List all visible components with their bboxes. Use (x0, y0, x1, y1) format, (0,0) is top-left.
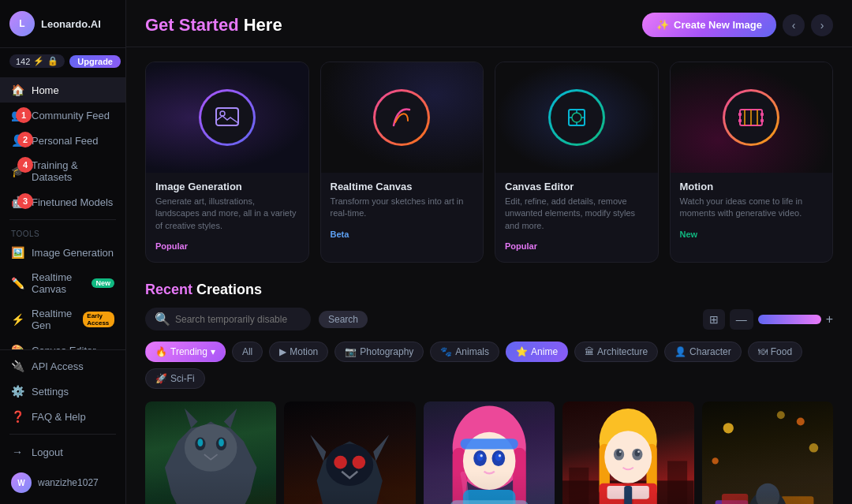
sidebar-item-settings[interactable]: ⚙️ Settings (0, 379, 125, 404)
list-view-button[interactable]: — (730, 309, 753, 330)
sidebar-item-label: Personal Feed (32, 135, 99, 147)
sidebar-item-api[interactable]: 🔌 API Access (0, 353, 125, 379)
feature-card-realtime-canvas[interactable]: Realtime Canvas Transform your sketches … (320, 62, 484, 263)
search-button[interactable]: Search (319, 311, 368, 328)
search-box: 🔍 (145, 308, 311, 330)
card-title: Image Generation (155, 181, 299, 192)
filter-all[interactable]: All (232, 342, 263, 362)
filter-animals[interactable]: 🐾 Animals (430, 342, 499, 362)
filter-label: Animals (455, 346, 489, 357)
image-card[interactable] (702, 401, 833, 504)
sidebar-item-faq[interactable]: ❓ FAQ & Help (0, 404, 125, 429)
svg-rect-13 (738, 119, 742, 122)
card-desc: Generate art, illustrations, landscapes … (155, 196, 299, 232)
nav-prev-button[interactable]: ‹ (783, 14, 805, 36)
filter-label: Motion (290, 346, 318, 357)
sidebar-item-finetuned[interactable]: 🤖 Finetuned Models 3 (0, 189, 125, 215)
home-icon: 🏠 (11, 84, 24, 96)
character-icon: 👤 (674, 346, 686, 357)
card-image (146, 62, 308, 173)
svg-rect-14 (760, 113, 764, 116)
card-icon-circle (373, 89, 430, 146)
sidebar-footer: 🔌 API Access ⚙️ Settings ❓ FAQ & Help → … (0, 349, 125, 504)
sidebar-item-community-feed[interactable]: 👥 Community Feed 1 (0, 103, 125, 128)
sidebar-item-canvas-editor[interactable]: 🎨 Canvas Editor (0, 338, 125, 349)
filter-label: Architecture (597, 346, 648, 357)
filter-trending[interactable]: 🔥 Trending ▾ (145, 342, 226, 362)
image-card[interactable] (424, 401, 555, 504)
realtime-canvas-icon: ✏️ (11, 277, 24, 289)
topbar: Get Started Here ✨ Create New Image ‹ › (126, 0, 852, 47)
grid-view-button[interactable]: ⊞ (703, 309, 725, 330)
svg-rect-0 (216, 108, 238, 125)
size-slider[interactable] (758, 315, 821, 324)
sidebar-item-logout[interactable]: → Logout (0, 439, 125, 465)
card-desc: Transform your sketches into art in real… (331, 196, 474, 220)
filter-food[interactable]: 🍽 Food (748, 342, 802, 362)
animals-icon: 🐾 (440, 346, 452, 357)
card-tag: Popular (505, 241, 537, 251)
feature-card-canvas-editor[interactable]: Canvas Editor Edit, refine, add details,… (495, 62, 659, 263)
card-icon-circle (548, 89, 605, 146)
sidebar-item-label: Finetuned Models (32, 196, 113, 208)
image-card[interactable] (562, 401, 693, 504)
image-card[interactable] (145, 401, 276, 504)
feature-cards-grid: Image Generation Generate art, illustrat… (145, 62, 833, 263)
sidebar-item-label: Settings (32, 386, 69, 398)
section-title-rest: Creations (196, 282, 262, 297)
early-access-badge: Early Access (83, 312, 114, 327)
image-grid (145, 401, 833, 504)
tools-label: Tools (0, 225, 125, 240)
filter-motion[interactable]: ▶ Motion (269, 342, 328, 362)
filter-scifi[interactable]: 🚀 Sci-Fi (145, 368, 205, 389)
card-title: Motion (680, 181, 824, 192)
upgrade-button[interactable]: Upgrade (69, 55, 121, 68)
sidebar-item-label: Home (32, 84, 59, 96)
credits-lock-icon: 🔒 (47, 56, 58, 66)
section-title-highlight: Recent (145, 282, 192, 297)
create-new-image-button[interactable]: ✨ Create New Image (642, 13, 776, 37)
svg-rect-12 (738, 113, 742, 116)
page-title: Get Started Here (145, 15, 282, 35)
image-card[interactable] (284, 401, 415, 504)
architecture-icon: 🏛 (585, 346, 594, 357)
sidebar-item-label: Realtime Canvas (32, 271, 80, 295)
badge-2: 2 (17, 132, 33, 147)
filter-label: Photography (360, 346, 413, 357)
brand-name: Leonardo.AI (41, 18, 101, 30)
nav-next-button[interactable]: › (811, 14, 833, 36)
badge-4: 4 (17, 157, 33, 173)
content-area: Image Generation Generate art, illustrat… (126, 47, 852, 504)
logout-icon: → (11, 446, 24, 458)
topbar-actions: ✨ Create New Image ‹ › (642, 13, 833, 37)
sidebar-item-realtime-gen[interactable]: ⚡ Realtime Gen Early Access (0, 301, 125, 338)
title-rest: Here (244, 15, 282, 35)
img-gen-icon: 🖼️ (11, 246, 24, 259)
filter-label: All (242, 346, 252, 357)
credits-value: 142 (16, 57, 30, 66)
sidebar-item-label: Community Feed (32, 110, 110, 121)
add-button[interactable]: + (826, 312, 833, 327)
realtime-gen-icon: ⚡ (11, 313, 24, 326)
filter-photography[interactable]: 📷 Photography (334, 342, 424, 362)
sidebar: L Leonardo.AI 142 ⚡ 🔒 Upgrade 🏠 Home 👥 C… (0, 0, 126, 504)
main-content: Get Started Here ✨ Create New Image ‹ › (126, 0, 852, 504)
sidebar-item-realtime-canvas[interactable]: ✏️ Realtime Canvas New (0, 265, 125, 301)
feature-card-motion[interactable]: Motion Watch your ideas come to life in … (670, 62, 834, 263)
credits-icon: ⚡ (33, 56, 44, 66)
card-desc: Edit, refine, add details, remove unwant… (505, 196, 648, 232)
credits-badge: 142 ⚡ 🔒 (9, 54, 65, 68)
sidebar-item-training[interactable]: 🎓 Training & Datasets 4 (0, 153, 125, 189)
scifi-icon: 🚀 (155, 373, 167, 384)
filter-anime[interactable]: ⭐ Anime (506, 342, 568, 362)
title-highlight: Get Started (145, 15, 239, 35)
filter-character[interactable]: 👤 Character (664, 342, 742, 362)
sidebar-item-personal-feed[interactable]: 👤 Personal Feed 2 (0, 128, 125, 153)
filter-label: Character (689, 346, 731, 357)
sidebar-item-home[interactable]: 🏠 Home (0, 77, 125, 103)
card-desc: Watch your ideas come to life in moments… (680, 196, 824, 220)
filter-architecture[interactable]: 🏛 Architecture (574, 342, 658, 362)
feature-card-image-generation[interactable]: Image Generation Generate art, illustrat… (145, 62, 309, 263)
sidebar-item-image-generation[interactable]: 🖼️ Image Generation (0, 240, 125, 265)
search-input[interactable] (175, 314, 301, 325)
